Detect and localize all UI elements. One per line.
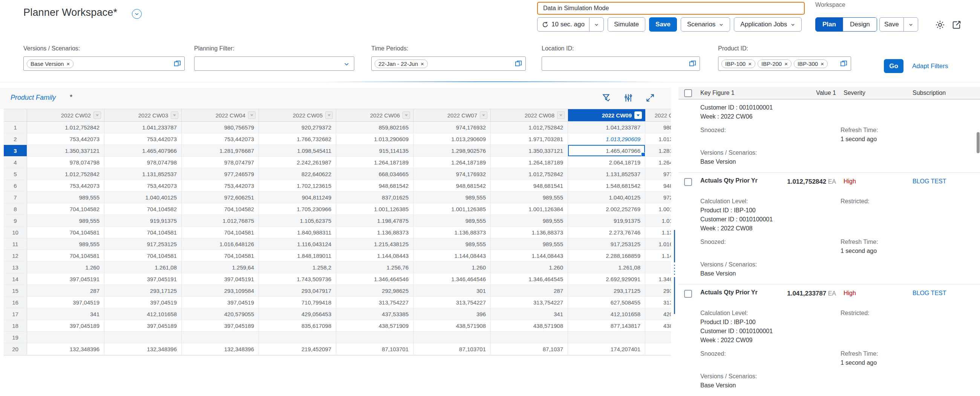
go-button[interactable]: Go (884, 59, 904, 73)
table-cell[interactable]: 438,571908 (645, 320, 671, 331)
table-cell[interactable]: 704,104581 (182, 250, 259, 261)
table-cell[interactable]: 1.001,126385 (414, 203, 491, 215)
table-cell[interactable]: 292,98625 (336, 285, 414, 296)
table-cell[interactable]: 1.131,852537 (104, 168, 182, 179)
table-cell[interactable]: 1.136,88373 (491, 227, 568, 238)
table-cell[interactable]: 1.013,290609 (336, 133, 414, 144)
table-cell[interactable]: 977,246579 (182, 168, 259, 179)
panel-splitter[interactable] (674, 230, 675, 314)
table-cell[interactable]: 313,754227 (336, 297, 414, 308)
column-filter-button[interactable] (248, 111, 256, 119)
table-cell[interactable]: 412,101658 (568, 308, 645, 320)
column-header[interactable]: 2022 CW03 (104, 109, 182, 121)
table-cell[interactable]: 989,555 (27, 215, 104, 226)
table-cell[interactable]: 1.261,08 (568, 261, 645, 273)
table-cell[interactable]: 1.016,648126 (645, 238, 671, 250)
table-cell[interactable]: 1.013,290609 (645, 133, 671, 144)
table-cell[interactable]: 915,114135 (336, 145, 414, 156)
table-cell[interactable]: 989,555 (27, 238, 104, 250)
value-help-icon[interactable] (174, 60, 181, 67)
alert-subscription-link[interactable]: BLOG TEST (902, 177, 972, 185)
table-cell[interactable]: 1.848,189011 (259, 250, 336, 261)
value-help-icon[interactable] (515, 60, 522, 67)
table-cell[interactable]: 1.041,233787 (104, 122, 182, 133)
table-cell[interactable]: 1.136,88373 (645, 227, 671, 238)
row-number-header[interactable] (4, 109, 27, 121)
table-cell[interactable] (491, 332, 568, 343)
table-cell[interactable]: 704,104581 (182, 227, 259, 238)
table-cell[interactable]: 704,104582 (104, 203, 182, 215)
settings-button[interactable] (934, 19, 946, 31)
row-number[interactable]: 3 (4, 145, 27, 156)
table-cell[interactable] (568, 332, 645, 343)
table-cell[interactable]: 438,571908 (414, 320, 491, 331)
fullscreen-button[interactable] (644, 92, 656, 103)
table-cell[interactable]: 1.012,76875 (645, 215, 671, 226)
table-cell[interactable]: 919,91375 (568, 215, 645, 226)
row-number[interactable]: 12 (4, 250, 27, 261)
row-number[interactable]: 13 (4, 261, 27, 273)
table-cell[interactable]: 1.971,703281 (491, 133, 568, 144)
table-cell[interactable]: 948,681542 (414, 180, 491, 191)
table-cell[interactable]: 974,176932 (414, 168, 491, 179)
table-cell[interactable]: 753,442073 (104, 133, 182, 144)
table-cell[interactable]: 1.136,88373 (414, 227, 491, 238)
token-remove-icon[interactable]: × (748, 60, 752, 67)
table-cell[interactable]: 293,17125 (568, 285, 645, 296)
table-cell[interactable]: 2.288,168859 (568, 250, 645, 261)
row-number[interactable]: 11 (4, 238, 27, 250)
table-cell[interactable] (259, 332, 336, 343)
row-number[interactable]: 7 (4, 192, 27, 203)
table-cell[interactable]: 1.001,126385 (645, 203, 671, 215)
table-cell[interactable]: 1.016,648126 (182, 238, 259, 250)
row-number[interactable]: 5 (4, 168, 27, 179)
row-number[interactable]: 15 (4, 285, 27, 296)
row-number[interactable]: 14 (4, 273, 27, 285)
workspace-save-menu-arrow[interactable] (904, 18, 918, 31)
refresh-button[interactable]: 10 sec. ago (538, 18, 589, 31)
table-cell[interactable]: 87,1037 (491, 343, 568, 355)
table-cell[interactable]: 287 (27, 285, 104, 296)
table-cell[interactable]: 859,802165 (336, 122, 414, 133)
row-number[interactable]: 18 (4, 320, 27, 331)
table-cell[interactable]: 1.136,88373 (336, 227, 414, 238)
table-cell[interactable]: 301 (414, 285, 491, 296)
table-cell[interactable]: 1.012,752842 (27, 122, 104, 133)
planning-filter-select[interactable] (194, 57, 354, 71)
time-periods-filter-input[interactable]: 22-Jan - 22-Jun × (371, 57, 526, 71)
token-remove-icon[interactable]: × (421, 60, 424, 67)
table-cell[interactable]: 87,103701 (414, 343, 491, 355)
table-cell[interactable]: 989,555 (27, 192, 104, 203)
table-cell[interactable]: 437,53385 (336, 308, 414, 320)
table-cell[interactable] (27, 332, 104, 343)
table-cell[interactable]: 989,555 (414, 192, 491, 203)
adapt-filters-link[interactable]: Adapt Filters (912, 62, 948, 70)
table-cell[interactable]: 219,452097 (259, 343, 336, 355)
token-remove-icon[interactable]: × (66, 60, 70, 67)
versions-filter-input[interactable]: Base Version × (23, 57, 185, 71)
table-cell[interactable]: 1.144,08443 (645, 250, 671, 261)
table-cell[interactable]: 989,555 (414, 238, 491, 250)
table-cell[interactable]: 132,348396 (182, 343, 259, 355)
table-cell[interactable]: 397,045189 (104, 320, 182, 331)
table-cell[interactable]: 835,617098 (259, 320, 336, 331)
table-cell[interactable]: 1.260 (491, 261, 568, 273)
row-number[interactable]: 6 (4, 180, 27, 191)
table-cell[interactable] (336, 332, 414, 343)
table-cell[interactable]: 1.264,187189 (336, 157, 414, 168)
table-cell[interactable] (104, 332, 182, 343)
table-cell[interactable] (414, 332, 491, 343)
table-cell[interactable]: 397,04519 (27, 297, 104, 308)
table-cell[interactable]: 668,034665 (336, 168, 414, 179)
table-cell[interactable]: 1.215,438125 (336, 238, 414, 250)
table-cell[interactable]: 1.350,337121 (27, 145, 104, 156)
table-cell[interactable]: 1.743,509736 (259, 273, 336, 285)
table-cell[interactable] (645, 332, 671, 343)
table-cell[interactable]: 704,104582 (27, 203, 104, 215)
table-cell[interactable]: 397,045191 (104, 273, 182, 285)
table-cell[interactable]: 948,681541 (491, 180, 568, 191)
table-cell[interactable]: 412,101658 (104, 308, 182, 320)
table-cell[interactable]: 293,17125 (104, 285, 182, 296)
table-cell[interactable]: 1.256,76 (336, 261, 414, 273)
table-cell[interactable]: 2.064,18719 (568, 157, 645, 168)
